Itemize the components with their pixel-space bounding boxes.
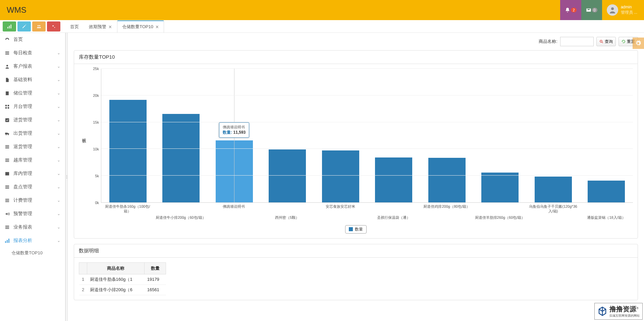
user-menu[interactable]: admin 管理员 ... [602,0,644,20]
bell-icon [565,7,570,13]
bar[interactable] [474,69,527,202]
sidebar-item[interactable]: 出货管理⌄ [0,127,65,140]
sidebar-item[interactable]: 报表分析⌄ [0,234,65,247]
avatar [607,4,618,16]
user-icon [5,64,10,69]
refresh-icon [622,40,626,44]
pencil-icon [22,24,26,29]
svg-rect-26 [5,146,9,147]
sidebar-item[interactable]: 业务报表⌄ [0,220,65,234]
sidebar-item[interactable]: 预警管理⌄ [0,207,65,220]
toolbar-edit-button[interactable] [17,21,31,31]
mail-badge: 0 [592,8,597,12]
search-button[interactable]: 查询 [596,37,616,46]
toolbar: 首页效期预警✕仓储数量TOP10✕ [0,20,644,33]
sidebar-item[interactable]: 基础资料⌄ [0,73,65,86]
product-name-input[interactable] [560,37,594,46]
sidebar-resize-handle[interactable] [65,33,68,321]
sidebar-item[interactable]: 计费管理⌄ [0,194,65,207]
svg-rect-20 [8,107,9,108]
tab[interactable]: 首页 [65,21,84,33]
toolbar-users-button[interactable] [32,21,46,31]
svg-rect-41 [5,241,6,243]
bar[interactable] [527,69,580,202]
bar[interactable] [420,69,474,202]
col-qty: 数量 [145,262,166,274]
svg-rect-34 [5,188,9,189]
sidebar-item[interactable]: 库内管理⌄ [0,167,65,180]
tab[interactable]: 仓储数量TOP10✕ [117,20,164,33]
svg-rect-19 [5,107,7,108]
svg-rect-28 [5,158,9,159]
sidebar-item[interactable]: 进货管理⌄ [0,113,65,127]
svg-point-24 [8,134,9,135]
y-axis-label: 唛数 [81,135,87,136]
bar[interactable] [101,69,155,202]
svg-rect-25 [5,145,9,146]
svg-point-44 [600,40,602,42]
legend-swatch [349,227,353,231]
notifications-button[interactable]: 2 [560,0,581,20]
svg-rect-40 [5,228,9,229]
sidebar-item[interactable]: 月台管理⌄ [0,100,65,113]
chevron-down-icon: ⌄ [57,131,60,136]
signal-icon [5,238,10,243]
bar[interactable] [314,69,367,202]
svg-rect-12 [6,91,9,95]
chart-area[interactable]: 唛数 0k5k10k15k20k25k 佛跳墙说明书 数量: 11,593 [79,69,633,203]
svg-rect-13 [6,92,7,92]
svg-rect-43 [8,239,9,243]
sidebar-item[interactable]: 客户报表⌄ [0,60,65,73]
svg-rect-8 [5,51,9,52]
bar[interactable] [261,69,314,202]
table-row[interactable]: 1厨道佳牛肋条160g（119179 [79,274,166,284]
sidebar-sub-item[interactable]: 仓储数量TOP10 [0,247,65,259]
filter-label: 商品名称: [539,39,557,45]
tab[interactable]: 效期预警✕ [84,21,117,33]
tab-close-icon[interactable]: ✕ [108,24,112,29]
svg-rect-21 [5,118,9,122]
volume-icon [5,211,10,216]
chevron-down-icon: ⌄ [57,198,60,203]
table-row[interactable]: 2厨道佳牛小排200g（616561 [79,284,166,295]
tab-close-icon[interactable]: ✕ [155,24,159,29]
mail-button[interactable]: 0 [581,0,602,20]
col-name: 商品名称 [87,262,145,274]
svg-rect-9 [5,53,9,53]
sidebar-item[interactable]: 退货管理⌄ [0,140,65,153]
svg-rect-3 [11,24,11,28]
dashboard-icon [5,37,10,42]
sidebar-item[interactable]: 盘点管理⌄ [0,180,65,194]
toolbar-settings-button[interactable] [47,21,60,31]
sidebar-item[interactable]: 储位管理⌄ [0,86,65,100]
chart-legend[interactable]: 数量 [79,225,633,234]
bar[interactable] [367,69,421,202]
chart-panel: 库存数量TOP10 唛数 0k5k10k15k20k25k 佛跳墙说明书 数量:… [74,50,638,239]
svg-rect-30 [5,161,9,162]
svg-rect-27 [5,148,9,148]
detail-panel-title: 数据明细 [74,244,638,258]
file-icon [5,77,10,82]
svg-rect-16 [7,93,8,93]
sidebar-item[interactable]: 越库管理⌄ [0,153,65,167]
svg-rect-14 [7,92,8,92]
svg-rect-10 [5,54,9,55]
svg-rect-42 [7,240,8,243]
svg-rect-35 [5,199,9,199]
chevron-down-icon: ⌄ [57,144,60,149]
user-role: 管理员 ... [621,10,637,15]
chevron-down-icon: ⌄ [57,64,60,69]
sidebar-item[interactable]: 每日检查⌄ [0,46,65,60]
svg-rect-1 [7,27,8,28]
toolbar-stats-button[interactable] [3,21,16,31]
bar[interactable] [580,69,633,202]
bar[interactable] [155,69,208,202]
svg-point-23 [6,134,7,135]
svg-rect-17 [5,105,7,106]
chevron-down-icon: ⌄ [57,171,60,176]
tab-bar: 首页效期预警✕仓储数量TOP10✕ [65,20,164,33]
sidebar-item[interactable]: 首页 [0,33,65,46]
app-title: WMS [7,5,26,15]
truck-icon [5,131,10,136]
settings-drawer-toggle[interactable] [633,38,644,49]
